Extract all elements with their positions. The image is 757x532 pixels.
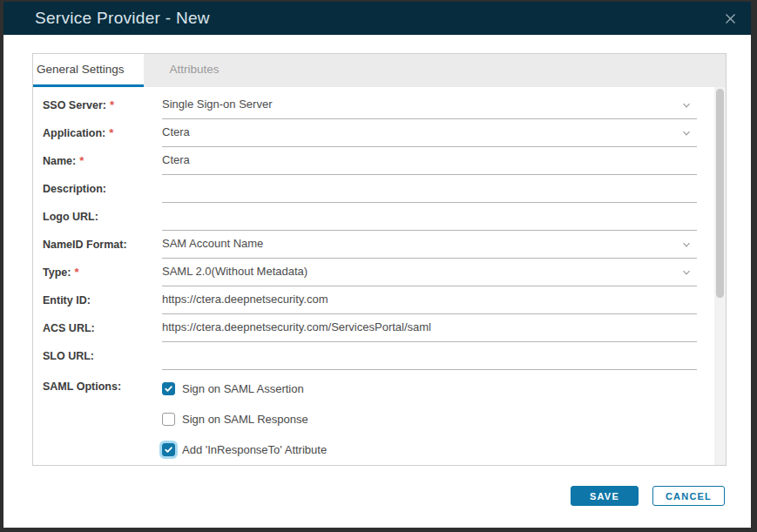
field-input[interactable]: Ctera xyxy=(162,119,697,147)
field-label-cell: Type: * xyxy=(43,259,162,286)
scrollbar-track[interactable] xyxy=(714,87,726,465)
required-asterisk: * xyxy=(110,98,114,111)
field-value: https://ctera.deepnetsecurity.com xyxy=(162,293,328,307)
field-input[interactable]: SAML 2.0(Without Metadata) xyxy=(162,259,697,286)
field-label: ACS URL: xyxy=(43,322,95,334)
scrollbar-thumb[interactable] xyxy=(716,89,724,298)
dialog-header: Service Provider - New xyxy=(3,2,751,35)
field-input[interactable] xyxy=(162,203,697,231)
checkbox-icon[interactable] xyxy=(162,443,175,456)
field-value: SAML 2.0(Without Metadata) xyxy=(162,265,308,279)
chevron-down-icon xyxy=(681,128,692,138)
form-row: Application: * Ctera xyxy=(43,119,697,147)
close-icon[interactable] xyxy=(721,10,739,27)
field-label: SAML Options: xyxy=(43,380,121,393)
field-label: Logo URL: xyxy=(43,211,98,223)
checkbox-option[interactable]: Sign on SAML Response xyxy=(162,404,697,434)
checkmark-icon xyxy=(164,445,173,455)
field-label-cell: SSO Server: * xyxy=(43,91,162,119)
tab-attributes[interactable]: Attributes xyxy=(158,54,232,87)
field-label: NameID Format: xyxy=(43,239,127,251)
field-label-cell: Description: xyxy=(43,175,162,203)
field-value: Ctera xyxy=(162,153,190,168)
form-row: Entity ID: https://ctera.deepnetsecurity… xyxy=(43,286,697,314)
field-value: SAM Account Name xyxy=(162,237,263,252)
tab-bar: General Settings Attributes xyxy=(33,54,726,87)
saml-options-list: Sign on SAML Assertion Sign on SAML Resp… xyxy=(162,374,697,465)
checkbox-option[interactable]: Add 'InResponseTo' Attribute xyxy=(162,434,697,465)
checkmark-icon xyxy=(164,384,173,394)
field-value: Ctera xyxy=(162,125,190,140)
tab-general-settings[interactable]: General Settings xyxy=(33,54,144,87)
form-row: SSO Server: * Single Sign-on Server xyxy=(43,91,697,119)
form-row: Description: xyxy=(43,175,697,203)
service-provider-dialog: Service Provider - New General Settings … xyxy=(3,2,751,528)
dialog-title: Service Provider - New xyxy=(3,9,210,28)
chevron-down-icon xyxy=(681,239,692,250)
field-label: Application: xyxy=(43,127,105,139)
field-label-cell: NameID Format: xyxy=(43,231,162,259)
saml-options-label-cell: SAML Options: xyxy=(43,374,162,465)
field-label: Entity ID: xyxy=(43,294,91,306)
field-input[interactable]: Ctera xyxy=(162,147,697,175)
field-label-cell: Entity ID: xyxy=(43,286,162,314)
field-label: SLO URL: xyxy=(43,350,94,362)
required-asterisk: * xyxy=(74,266,78,279)
field-label-cell: Logo URL: xyxy=(43,203,162,231)
field-label-cell: Name: * xyxy=(43,147,162,175)
field-label-cell: ACS URL: xyxy=(43,314,162,342)
field-input[interactable]: https://ctera.deepnetsecurity.com xyxy=(162,286,697,314)
field-input[interactable]: Single Sign-on Server xyxy=(162,91,697,119)
field-value: https://ctera.deepnetsecurity.com/Servic… xyxy=(162,320,431,335)
field-input[interactable] xyxy=(162,342,697,370)
checkbox-label[interactable]: Add 'InResponseTo' Attribute xyxy=(182,443,327,456)
field-label: SSO Server: xyxy=(43,99,106,111)
required-asterisk: * xyxy=(109,126,113,139)
checkbox-label[interactable]: Sign on SAML Assertion xyxy=(182,382,304,395)
chevron-down-icon xyxy=(681,267,692,278)
field-label: Name: xyxy=(43,155,76,167)
checkbox-option[interactable]: Sign on SAML Assertion xyxy=(162,374,697,404)
window-frame: Service Provider - New General Settings … xyxy=(0,0,757,532)
checkbox-icon[interactable] xyxy=(162,382,175,395)
form-row: ACS URL: https://ctera.deepnetsecurity.c… xyxy=(43,314,697,342)
chevron-down-icon xyxy=(681,100,692,111)
close-x-glyph xyxy=(724,12,737,25)
required-asterisk: * xyxy=(79,154,84,167)
form-row: Name: * Ctera xyxy=(43,147,697,175)
field-label: Type: xyxy=(43,266,71,279)
form-row: Logo URL: xyxy=(43,203,697,231)
form-fields: SSO Server: * Single Sign-on Server Appl… xyxy=(33,87,726,370)
field-label-cell: SLO URL: xyxy=(43,342,162,370)
form-row: NameID Format: SAM Account Name xyxy=(43,231,697,259)
field-input[interactable]: SAM Account Name xyxy=(162,231,697,259)
field-input[interactable]: https://ctera.deepnetsecurity.com/Servic… xyxy=(162,314,697,342)
field-value: Single Sign-on Server xyxy=(162,98,272,112)
checkbox-icon[interactable] xyxy=(162,413,175,426)
checkbox-label[interactable]: Sign on SAML Response xyxy=(182,413,308,426)
general-settings-panel: General Settings Attributes SSO Server: … xyxy=(32,53,727,466)
field-label: Description: xyxy=(43,183,106,195)
cancel-button[interactable]: CANCEL xyxy=(652,486,725,506)
save-button[interactable]: SAVE xyxy=(571,486,639,506)
form-row: Type: * SAML 2.0(Without Metadata) xyxy=(43,259,697,286)
field-input[interactable] xyxy=(162,175,697,203)
form-row: SLO URL: xyxy=(43,342,697,370)
saml-options-row: SAML Options: Sign on SAML Assertion Sig… xyxy=(33,370,726,465)
dialog-footer: SAVE CANCEL xyxy=(3,466,751,528)
field-label-cell: Application: * xyxy=(43,119,162,147)
